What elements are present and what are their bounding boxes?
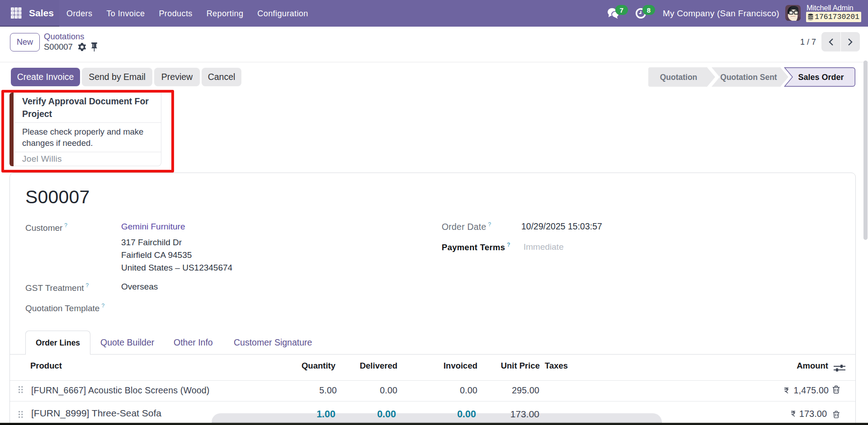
- svg-text:Sales Order: Sales Order: [798, 73, 844, 82]
- svg-text:Quotation Sent: Quotation Sent: [720, 73, 777, 82]
- svg-text:Quotation: Quotation: [660, 73, 698, 82]
